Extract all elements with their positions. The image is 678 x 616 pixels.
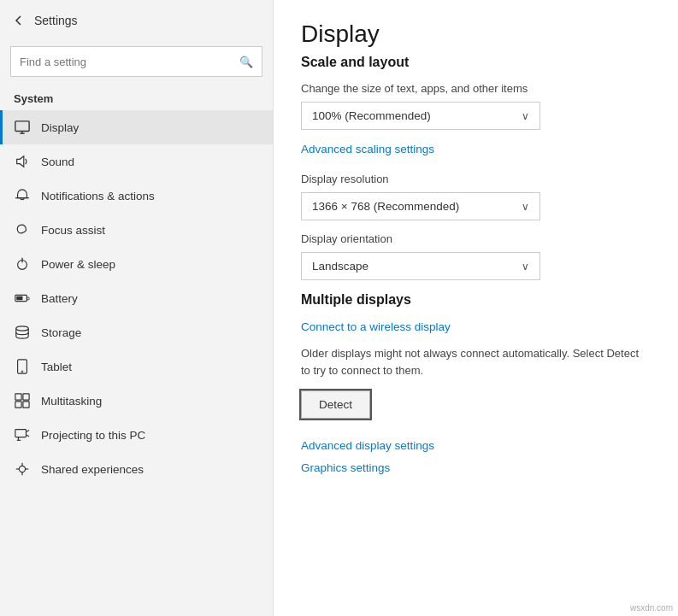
tablet-icon [14, 358, 31, 375]
sidebar-item-label: Sound [41, 155, 74, 168]
svg-rect-18 [15, 402, 21, 408]
multiple-displays-title: Multiple displays [301, 292, 651, 308]
sidebar-item-label: Tablet [41, 361, 72, 373]
orientation-label: Display orientation [301, 232, 651, 245]
svg-rect-11 [27, 297, 29, 300]
back-button[interactable] [14, 15, 24, 26]
resolution-chevron-icon: ∨ [522, 201, 529, 213]
advanced-display-link[interactable]: Advanced display settings [301, 439, 651, 452]
sidebar-item-battery[interactable]: Battery [0, 281, 273, 315]
sidebar-item-projecting[interactable]: Projecting to this PC [0, 418, 273, 452]
sidebar-item-label: Projecting to this PC [41, 429, 145, 442]
advanced-scaling-link[interactable]: Advanced scaling settings [301, 143, 434, 155]
sidebar-item-notifications[interactable]: Notifications & actions [0, 179, 273, 213]
system-section-label: System [0, 87, 273, 110]
sidebar-item-label: Storage [41, 326, 81, 339]
sidebar-item-label: Power & sleep [41, 258, 115, 271]
detect-button[interactable]: Detect [301, 390, 370, 419]
resolution-label: Display resolution [301, 173, 651, 185]
scale-dropdown[interactable]: 100% (Recommended) ∨ [301, 102, 540, 130]
shared-icon [14, 461, 31, 478]
back-icon [14, 15, 24, 26]
scale-label: Change the size of text, apps, and other… [301, 82, 651, 95]
battery-icon [14, 290, 31, 307]
wireless-display-link[interactable]: Connect to a wireless display [301, 320, 451, 333]
sidebar-item-label: Battery [41, 292, 78, 305]
svg-rect-20 [15, 430, 27, 437]
sidebar: Settings 🔍 System Display S [0, 0, 274, 616]
sidebar-item-display[interactable]: Display [0, 110, 273, 144]
svg-point-15 [21, 371, 23, 373]
svg-rect-19 [23, 402, 29, 408]
notifications-icon [14, 187, 31, 204]
multitasking-icon [14, 392, 31, 409]
resolution-value: 1366 × 768 (Recommended) [312, 200, 459, 213]
power-icon [14, 255, 31, 273]
sidebar-item-shared[interactable]: Shared experiences [0, 452, 273, 486]
focus-icon [14, 221, 31, 238]
sidebar-item-focus[interactable]: Focus assist [0, 213, 273, 247]
sidebar-item-label: Focus assist [41, 224, 105, 237]
svg-rect-12 [16, 296, 22, 301]
graphics-settings-link[interactable]: Graphics settings [301, 461, 390, 474]
sidebar-item-power[interactable]: Power & sleep [0, 247, 273, 281]
projecting-icon [14, 426, 31, 443]
sidebar-item-label: Shared experiences [41, 463, 144, 476]
nav-list: Display Sound Notifications [0, 110, 273, 616]
sound-icon [14, 153, 31, 170]
detect-info-text: Older displays might not always connect … [301, 345, 651, 378]
svg-rect-17 [23, 394, 29, 400]
watermark: wsxdn.com [630, 603, 673, 613]
sidebar-item-multitasking[interactable]: Multitasking [0, 384, 273, 418]
page-title: Display [301, 21, 651, 48]
sidebar-title: Settings [34, 14, 78, 27]
sidebar-item-sound[interactable]: Sound [0, 144, 273, 179]
scale-chevron-icon: ∨ [522, 110, 529, 122]
main-content: Display Scale and layout Change the size… [274, 0, 678, 616]
display-icon [14, 119, 31, 136]
storage-icon [14, 324, 31, 341]
orientation-chevron-icon: ∨ [522, 261, 529, 273]
search-icon: 🔍 [239, 56, 253, 68]
multiple-displays-section: Multiple displays [301, 292, 651, 308]
svg-marker-3 [17, 156, 24, 167]
resolution-dropdown[interactable]: 1366 × 768 (Recommended) ∨ [301, 192, 540, 220]
scale-section-title: Scale and layout [301, 55, 651, 70]
sidebar-item-storage[interactable]: Storage [0, 315, 273, 349]
sidebar-item-label: Multitasking [41, 395, 102, 408]
svg-rect-16 [15, 394, 21, 400]
sidebar-item-label: Display [41, 121, 79, 134]
sidebar-item-label: Notifications & actions [41, 190, 155, 202]
svg-rect-0 [15, 121, 29, 132]
scale-value: 100% (Recommended) [312, 109, 431, 122]
orientation-value: Landscape [312, 260, 368, 273]
sidebar-header: Settings [0, 0, 273, 41]
search-box[interactable]: 🔍 [10, 46, 262, 77]
svg-point-13 [16, 326, 28, 331]
svg-point-25 [19, 466, 25, 472]
search-input[interactable] [20, 56, 239, 68]
sidebar-item-tablet[interactable]: Tablet [0, 349, 273, 384]
svg-rect-14 [18, 360, 27, 373]
orientation-dropdown[interactable]: Landscape ∨ [301, 252, 540, 280]
